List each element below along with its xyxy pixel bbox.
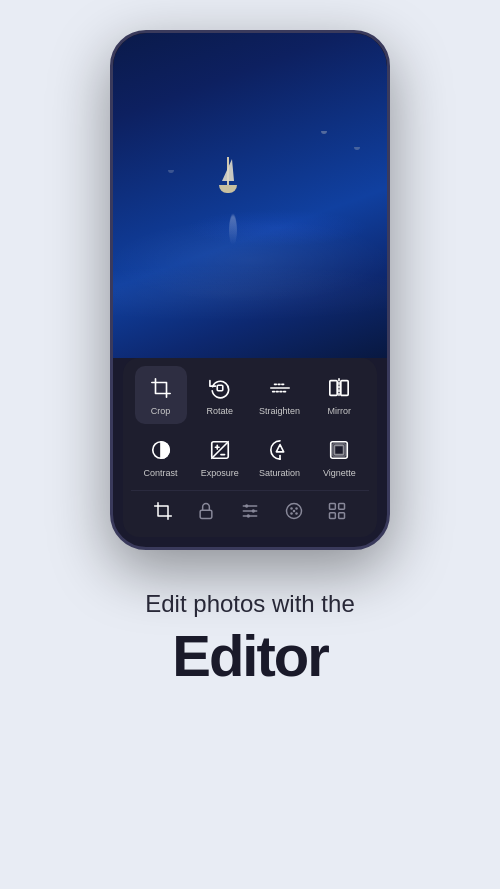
boat-mast xyxy=(227,157,229,185)
toolbar-card: Crop Rotate xyxy=(123,358,377,537)
exposure-icon xyxy=(206,436,234,464)
tool-crop[interactable]: Crop xyxy=(135,366,187,424)
crop-icon xyxy=(147,374,175,402)
contrast-icon xyxy=(147,436,175,464)
saturation-label: Saturation xyxy=(259,468,300,478)
svg-rect-0 xyxy=(217,385,223,391)
svg-point-26 xyxy=(295,507,298,510)
distant-boat-3 xyxy=(168,170,174,173)
photo-area xyxy=(113,33,387,358)
bottom-grid-icon[interactable] xyxy=(323,497,351,525)
svg-rect-4 xyxy=(330,381,337,396)
toolbar-bottom-nav xyxy=(131,490,369,529)
svg-point-29 xyxy=(292,510,295,513)
tool-contrast[interactable]: Contrast xyxy=(135,428,187,486)
rotate-label: Rotate xyxy=(207,406,234,416)
svg-point-28 xyxy=(295,512,298,515)
contrast-label: Contrast xyxy=(144,468,178,478)
vignette-label: Vignette xyxy=(323,468,356,478)
tools-row-2: Contrast Expos xyxy=(131,428,369,486)
svg-rect-32 xyxy=(330,513,336,519)
bottom-sliders-icon[interactable] xyxy=(236,497,264,525)
distant-boat-2 xyxy=(354,147,360,150)
tool-vignette[interactable]: Vignette xyxy=(313,428,365,486)
tool-mirror[interactable]: Mirror xyxy=(313,366,365,424)
distant-boat-1 xyxy=(321,131,327,134)
svg-rect-31 xyxy=(339,504,345,510)
main-boat xyxy=(219,157,237,193)
tool-rotate[interactable]: Rotate xyxy=(194,366,246,424)
exposure-label: Exposure xyxy=(201,468,239,478)
main-title-text: Editor xyxy=(145,622,354,689)
svg-point-25 xyxy=(290,507,293,510)
phone-frame: Crop Rotate xyxy=(110,30,390,550)
svg-point-21 xyxy=(245,504,248,507)
tools-row-1: Crop Rotate xyxy=(131,366,369,424)
svg-rect-5 xyxy=(341,381,348,396)
svg-point-22 xyxy=(252,509,255,512)
text-section: Edit photos with the Editor xyxy=(115,590,384,689)
boat-sail xyxy=(222,159,234,181)
saturation-icon xyxy=(266,436,294,464)
tool-straighten[interactable]: Straighten xyxy=(253,366,306,424)
svg-rect-30 xyxy=(330,504,336,510)
phone-screen: Crop Rotate xyxy=(113,33,387,547)
svg-rect-33 xyxy=(339,513,345,519)
phone-container: Crop Rotate xyxy=(110,30,390,550)
svg-rect-17 xyxy=(201,510,213,518)
boat-hull xyxy=(219,185,237,193)
svg-point-27 xyxy=(290,512,293,515)
bottom-crop-icon[interactable] xyxy=(149,497,177,525)
mirror-icon xyxy=(325,374,353,402)
tool-saturation[interactable]: Saturation xyxy=(253,428,306,486)
svg-rect-15 xyxy=(335,445,344,454)
bottom-lock-icon[interactable] xyxy=(192,497,220,525)
straighten-icon xyxy=(266,374,294,402)
mirror-label: Mirror xyxy=(328,406,352,416)
rotate-icon xyxy=(206,374,234,402)
bottom-palette-icon[interactable] xyxy=(280,497,308,525)
ocean-overlay xyxy=(113,33,387,358)
svg-point-23 xyxy=(247,514,250,517)
crop-label: Crop xyxy=(151,406,171,416)
straighten-label: Straighten xyxy=(259,406,300,416)
subtitle-text: Edit photos with the xyxy=(145,590,354,618)
vignette-icon xyxy=(325,436,353,464)
tool-exposure[interactable]: Exposure xyxy=(194,428,246,486)
svg-line-9 xyxy=(212,442,229,459)
